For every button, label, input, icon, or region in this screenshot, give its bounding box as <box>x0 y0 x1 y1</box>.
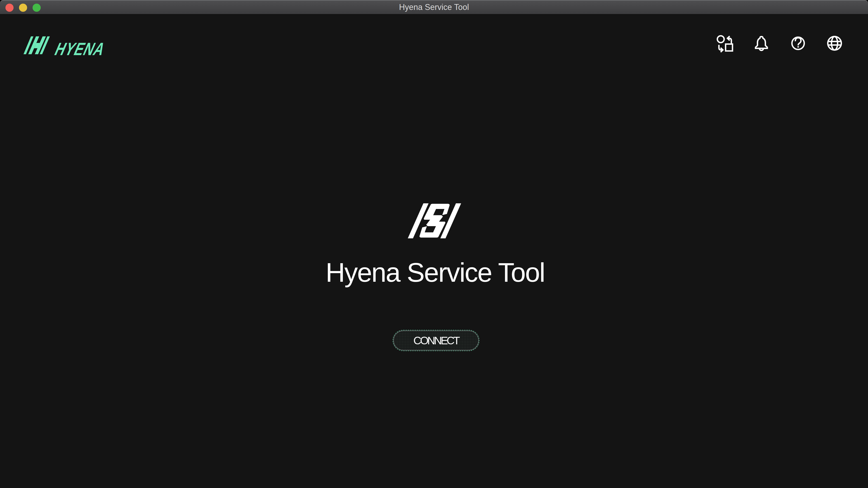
svg-text:HYENA: HYENA <box>52 39 109 59</box>
